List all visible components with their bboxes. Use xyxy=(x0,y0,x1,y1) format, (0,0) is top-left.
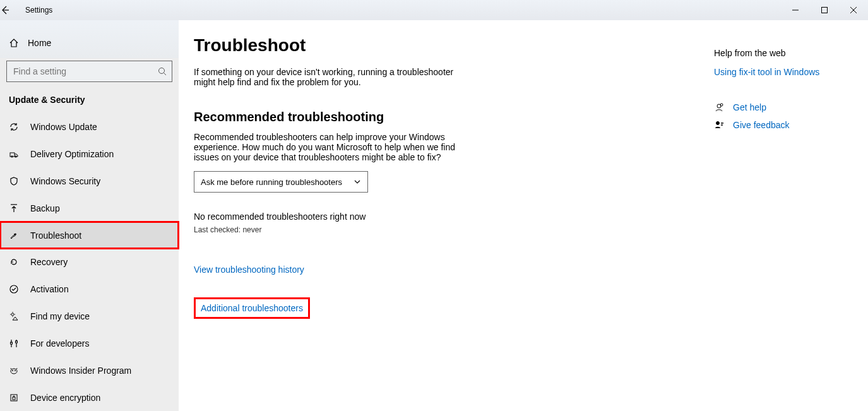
sidebar-item-label: Device encryption xyxy=(30,393,100,403)
intro-text: If something on your device isn't workin… xyxy=(194,67,459,87)
help-panel: Help from the web Using fix-it tool in W… xyxy=(714,35,853,411)
svg-point-21 xyxy=(716,122,720,125)
help-heading: Help from the web xyxy=(714,48,853,58)
back-button[interactable] xyxy=(0,5,25,15)
svg-point-16 xyxy=(15,370,16,371)
maximize-button[interactable] xyxy=(810,0,839,20)
page-title: Troubleshoot xyxy=(194,35,459,56)
dropdown-value: Ask me before running troubleshooters xyxy=(201,177,342,187)
svg-rect-1 xyxy=(822,8,828,13)
highlight-box: Additional troubleshooters xyxy=(194,297,310,319)
sidebar-item-windows-security[interactable]: Windows Security xyxy=(0,168,179,195)
svg-point-4 xyxy=(159,68,165,73)
sidebar-item-label: Activation xyxy=(30,284,69,294)
sidebar-item-for-developers[interactable]: For developers xyxy=(0,330,179,357)
window-title: Settings xyxy=(25,6,52,15)
svg-point-14 xyxy=(11,369,17,374)
search-icon xyxy=(158,67,167,76)
svg-rect-18 xyxy=(13,397,15,400)
status-none: No recommended troubleshooters right now xyxy=(194,211,459,222)
sidebar-item-windows-update[interactable]: Windows Update xyxy=(0,114,179,141)
sidebar-item-backup[interactable]: Backup xyxy=(0,194,179,222)
svg-point-15 xyxy=(12,370,13,371)
shield-icon xyxy=(9,176,20,186)
search-input[interactable] xyxy=(6,61,172,82)
sidebar-item-insider-program[interactable]: Windows Insider Program xyxy=(0,357,179,384)
link-give-feedback[interactable]: Give feedback xyxy=(733,120,790,130)
encrypt-icon xyxy=(9,393,20,403)
search-field[interactable] xyxy=(12,66,158,77)
home-icon xyxy=(9,38,19,48)
link-fixit-tool[interactable]: Using fix-it tool in Windows xyxy=(714,67,819,77)
sidebar-item-troubleshoot[interactable]: Troubleshoot xyxy=(0,222,179,249)
sidebar-item-label: Home xyxy=(28,38,51,48)
chevron-down-icon xyxy=(354,178,361,186)
recovery-icon xyxy=(9,257,20,267)
svg-line-5 xyxy=(164,73,167,75)
sidebar-item-recovery[interactable]: Recovery xyxy=(0,249,179,276)
sidebar-item-delivery-optimization[interactable]: Delivery Optimization xyxy=(0,141,179,168)
sidebar-item-label: Windows Security xyxy=(30,176,100,186)
sidebar-item-device-encryption[interactable]: Device encryption xyxy=(0,384,179,411)
sidebar-item-find-my-device[interactable]: Find my device xyxy=(0,303,179,330)
link-get-help[interactable]: Get help xyxy=(733,102,766,112)
sidebar-item-home[interactable]: Home xyxy=(0,30,179,56)
main-content: Troubleshoot If something on your device… xyxy=(194,35,459,411)
sidebar: Home Update & Security Windows Update De… xyxy=(0,20,179,411)
sidebar-item-label: Windows Update xyxy=(30,122,97,132)
status-last-checked: Last checked: never xyxy=(194,225,459,234)
sidebar-item-label: Windows Insider Program xyxy=(30,366,131,376)
sidebar-item-label: Recovery xyxy=(30,257,68,267)
sidebar-item-label: Find my device xyxy=(30,311,90,321)
dev-icon xyxy=(9,338,20,348)
wrench-icon xyxy=(9,230,20,241)
sidebar-item-label: For developers xyxy=(30,338,89,348)
link-additional-troubleshooters[interactable]: Additional troubleshooters xyxy=(201,303,303,313)
delivery-icon xyxy=(9,149,20,159)
troubleshoot-preference-dropdown[interactable]: Ask me before running troubleshooters xyxy=(194,171,368,193)
section-heading-recommended: Recommended troubleshooting xyxy=(194,110,459,124)
sidebar-item-label: Backup xyxy=(30,203,60,213)
feedback-icon xyxy=(714,120,724,130)
backup-icon xyxy=(9,203,20,213)
link-view-history[interactable]: View troubleshooting history xyxy=(194,265,304,275)
sidebar-item-label: Troubleshoot xyxy=(30,230,81,241)
sidebar-item-label: Delivery Optimization xyxy=(30,149,114,159)
svg-rect-12 xyxy=(11,342,13,344)
svg-point-11 xyxy=(11,313,14,316)
svg-rect-13 xyxy=(16,341,18,343)
sidebar-section-title: Update & Security xyxy=(0,91,179,114)
titlebar: Settings xyxy=(0,0,868,20)
recommended-description: Recommended troubleshooters can help imp… xyxy=(194,132,459,162)
close-button[interactable] xyxy=(839,0,868,20)
sync-icon xyxy=(9,122,20,132)
insider-icon xyxy=(9,366,20,376)
location-icon xyxy=(9,311,20,321)
sidebar-item-activation[interactable]: Activation xyxy=(0,276,179,303)
svg-point-10 xyxy=(10,285,18,293)
minimize-button[interactable] xyxy=(781,0,810,20)
check-icon xyxy=(9,284,20,294)
get-help-icon xyxy=(714,102,724,112)
